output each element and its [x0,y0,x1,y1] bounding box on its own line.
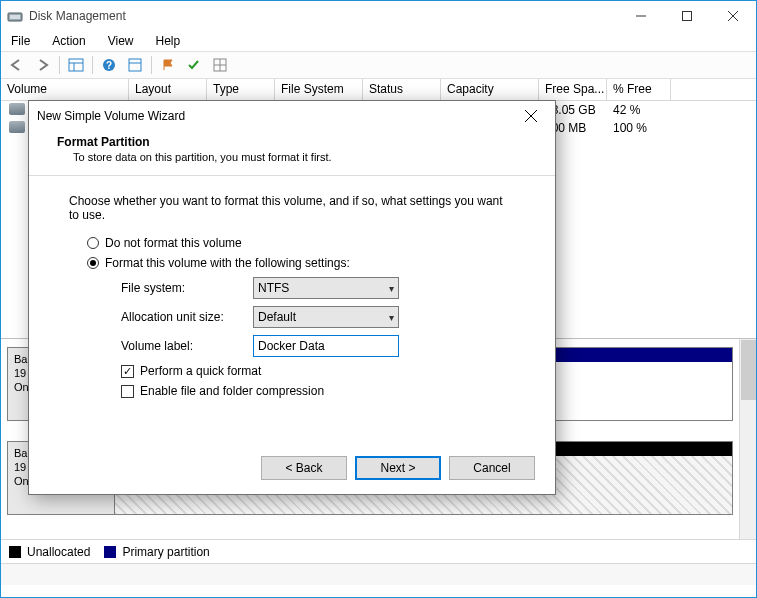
svg-rect-6 [69,59,83,71]
chevron-down-icon: ▾ [389,312,394,323]
back-button[interactable]: < Back [261,456,347,480]
label-allocation-unit: Allocation unit size: [121,310,253,324]
col-type[interactable]: Type [207,79,275,100]
menu-file[interactable]: File [7,32,34,50]
menu-action[interactable]: Action [48,32,89,50]
dialog-title: New Simple Volume Wizard [37,109,511,123]
column-headers: Volume Layout Type File System Status Ca… [1,79,756,101]
wizard-prompt: Choose whether you want to format this v… [69,194,515,222]
next-button[interactable]: Next > [355,456,441,480]
checkbox-icon: ✓ [121,365,134,378]
back-button[interactable] [5,54,29,76]
toolbar: ? [1,51,756,79]
grid-icon[interactable] [208,54,232,76]
help-icon[interactable]: ? [97,54,121,76]
cancel-button[interactable]: Cancel [449,456,535,480]
radio-icon [87,237,99,249]
volume-icon [9,103,25,115]
col-capacity[interactable]: Capacity [441,79,539,100]
vertical-scrollbar[interactable] [739,339,756,539]
wizard-dialog: New Simple Volume Wizard Format Partitio… [28,100,556,495]
forward-button[interactable] [31,54,55,76]
checkbox-quick-format[interactable]: ✓ Perform a quick format [121,364,515,378]
menu-help[interactable]: Help [152,32,185,50]
col-pctfree[interactable]: % Free [607,79,671,100]
col-volume[interactable]: Volume [1,79,129,100]
sheet-icon[interactable] [123,54,147,76]
checkbox-icon [121,385,134,398]
maximize-button[interactable] [664,1,710,31]
svg-rect-11 [129,59,141,71]
radio-no-format[interactable]: Do not format this volume [87,236,515,250]
legend-swatch-unallocated [9,546,21,558]
legend: Unallocated Primary partition [1,539,756,563]
svg-rect-3 [683,12,692,21]
legend-swatch-primary [104,546,116,558]
list-check-icon[interactable] [182,54,206,76]
status-bar [1,563,756,585]
flag-icon[interactable] [156,54,180,76]
label-volume-label: Volume label: [121,339,253,353]
combo-filesystem[interactable]: NTFS ▾ [253,277,399,299]
svg-text:?: ? [106,60,112,71]
col-status[interactable]: Status [363,79,441,100]
combo-allocation-unit[interactable]: Default ▾ [253,306,399,328]
chevron-down-icon: ▾ [389,283,394,294]
app-icon [7,8,23,24]
label-filesystem: File system: [121,281,253,295]
dialog-close-button[interactable] [511,102,551,130]
checkbox-compression[interactable]: Enable file and folder compression [121,384,515,398]
input-volume-label[interactable] [253,335,399,357]
col-layout[interactable]: Layout [129,79,207,100]
menubar: File Action View Help [1,31,756,51]
minimize-button[interactable] [618,1,664,31]
radio-icon [87,257,99,269]
wizard-heading: Format Partition [57,135,527,149]
volume-icon [9,121,25,133]
wizard-subheading: To store data on this partition, you mus… [57,151,527,163]
svg-rect-1 [10,15,20,19]
menu-view[interactable]: View [104,32,138,50]
close-button[interactable] [710,1,756,31]
view-panes-icon[interactable] [64,54,88,76]
col-filesystem[interactable]: File System [275,79,363,100]
radio-format[interactable]: Format this volume with the following se… [87,256,515,270]
col-freespace[interactable]: Free Spa... [539,79,607,100]
window-title: Disk Management [29,9,618,23]
